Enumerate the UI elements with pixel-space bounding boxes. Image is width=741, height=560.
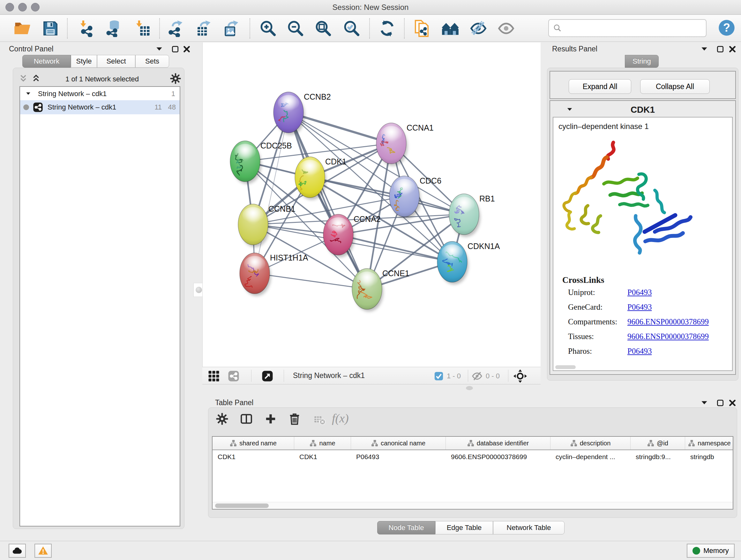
table-hscrollbar[interactable] bbox=[212, 502, 733, 509]
control-panel-menu-icon[interactable] bbox=[155, 45, 163, 53]
delete-column-icon[interactable] bbox=[288, 413, 301, 425]
hide-selected-button[interactable] bbox=[469, 19, 488, 38]
help-button[interactable]: ? bbox=[718, 18, 736, 37]
add-column-icon[interactable] bbox=[264, 413, 277, 425]
crosslink-link[interactable]: P06493 bbox=[627, 288, 652, 297]
network-node-CDK1[interactable]: CDK1 bbox=[295, 157, 347, 200]
zoom-fit-button[interactable] bbox=[314, 19, 333, 38]
crosslink-link[interactable]: P06493 bbox=[627, 303, 652, 312]
import-network-file-button[interactable] bbox=[77, 19, 96, 38]
table-panel-close-icon[interactable] bbox=[728, 399, 737, 407]
memory-button[interactable]: Memory bbox=[687, 544, 735, 558]
collection-expand-icon[interactable] bbox=[25, 91, 31, 97]
node-label-HIST1H1A: HIST1H1A bbox=[270, 253, 308, 262]
network-node-CCNE1[interactable]: CCNE1 bbox=[352, 268, 409, 312]
network-graph[interactable]: CCNB2CCNA1CDC25BCDK1CDC6RB1CCNB1CCNA2CDK… bbox=[203, 43, 541, 367]
crosslink-link[interactable]: 9606.ENSP00000378699 bbox=[627, 317, 709, 326]
tab-sets[interactable]: Sets bbox=[135, 55, 169, 68]
results-panel-float-icon[interactable] bbox=[716, 45, 724, 53]
table-cell[interactable]: stringdb:9... bbox=[630, 450, 685, 464]
collapse-all-networks-icon[interactable] bbox=[18, 74, 28, 83]
network-node-CDC6[interactable]: CDC6 bbox=[389, 176, 441, 219]
detach-view-icon[interactable] bbox=[262, 370, 273, 382]
table-gear-icon[interactable] bbox=[216, 413, 228, 425]
network-canvas[interactable]: CCNB2CCNA1CDC25BCDK1CDC6RB1CCNB1CCNA2CDK… bbox=[202, 43, 541, 367]
tab-edge-table[interactable]: Edge Table bbox=[435, 521, 493, 535]
table-cell[interactable]: stringdb bbox=[685, 450, 734, 464]
network-collection-row[interactable]: String Network – cdk1 1 bbox=[20, 87, 180, 100]
hidden-eye-icon[interactable] bbox=[472, 371, 482, 381]
show-columns-icon[interactable] bbox=[240, 413, 253, 425]
tab-network-table[interactable]: Network Table bbox=[493, 521, 564, 535]
network-node-CDKN1A[interactable]: CDKN1A bbox=[437, 241, 500, 285]
tab-style[interactable]: Style bbox=[71, 55, 97, 68]
network-node-HIST1H1A[interactable]: HIST1H1A bbox=[240, 253, 308, 296]
show-all-button[interactable] bbox=[497, 19, 515, 38]
zoom-in-button[interactable] bbox=[259, 19, 277, 38]
tab-string[interactable]: String bbox=[625, 55, 659, 68]
expand-all-button[interactable]: Expand All bbox=[569, 79, 631, 94]
column-header-namespace[interactable]: namespace bbox=[685, 437, 734, 449]
control-panel-float-icon[interactable] bbox=[171, 45, 179, 53]
table-cell[interactable]: 9606.ENSP00000378699 bbox=[446, 450, 550, 464]
network-share-icon[interactable] bbox=[228, 370, 239, 382]
table-cell[interactable]: P06493 bbox=[351, 450, 446, 464]
function-builder-icon: f(x) bbox=[332, 411, 349, 425]
column-header-canonical-name[interactable]: canonical name bbox=[351, 437, 446, 449]
network-node-CCNB1[interactable]: CCNB1 bbox=[238, 204, 295, 247]
crosslink-link[interactable]: P06493 bbox=[627, 347, 652, 356]
column-header-shared-name[interactable]: shared name bbox=[212, 437, 294, 449]
column-header-description[interactable]: description bbox=[550, 437, 630, 449]
expand-all-networks-icon[interactable] bbox=[31, 74, 41, 83]
network-row-selected[interactable]: String Network – cdk1 11 48 bbox=[20, 100, 180, 114]
results-panel-close-icon[interactable] bbox=[728, 45, 737, 53]
warning-status-button[interactable] bbox=[35, 544, 52, 558]
network-node-RB1[interactable]: RB1 bbox=[449, 194, 495, 237]
table-panel-float-icon[interactable] bbox=[716, 399, 724, 407]
zoom-out-button[interactable] bbox=[286, 19, 305, 38]
results-scrollbar-thumb[interactable] bbox=[555, 365, 576, 369]
open-session-button[interactable] bbox=[13, 19, 31, 38]
horizontal-splitter-handle[interactable] bbox=[466, 386, 473, 390]
table-panel-menu-icon[interactable] bbox=[700, 399, 709, 407]
import-table-button[interactable] bbox=[133, 19, 151, 38]
network-node-CCNA2[interactable]: CCNA2 bbox=[323, 214, 381, 257]
node-table[interactable]: shared namenamecanonical namedatabase id… bbox=[212, 436, 733, 509]
column-header-label: database identifier bbox=[477, 440, 529, 447]
export-network-button[interactable] bbox=[166, 19, 185, 38]
column-header-database-identifier[interactable]: database identifier bbox=[446, 437, 550, 449]
table-cell[interactable]: cyclin–dependent ... bbox=[550, 450, 630, 464]
document-share-button[interactable] bbox=[413, 19, 431, 38]
tab-network[interactable]: Network bbox=[22, 55, 71, 68]
zoom-selected-button[interactable] bbox=[342, 19, 361, 38]
import-network-database-button[interactable] bbox=[104, 19, 123, 38]
app-status-bar: Memory bbox=[0, 541, 741, 560]
column-header-name[interactable]: name bbox=[294, 437, 351, 449]
export-image-button[interactable] bbox=[222, 19, 240, 38]
cloud-status-button[interactable] bbox=[9, 544, 26, 558]
control-panel-close-icon[interactable] bbox=[183, 45, 191, 53]
search-input[interactable] bbox=[565, 24, 702, 32]
table-cell[interactable]: CDK1 bbox=[294, 450, 351, 464]
table-row[interactable]: CDK1CDK1P064939606.ENSP00000378699cyclin… bbox=[212, 450, 733, 464]
network-node-CCNB2[interactable]: CCNB2 bbox=[273, 92, 331, 135]
search-box[interactable] bbox=[548, 19, 706, 37]
selected-checkbox-icon[interactable] bbox=[434, 371, 444, 381]
table-hscrollbar-thumb[interactable] bbox=[215, 503, 269, 508]
collapse-all-button[interactable]: Collapse All bbox=[640, 79, 710, 94]
birdseye-crosshair-icon[interactable] bbox=[513, 369, 527, 383]
results-panel-menu-icon[interactable] bbox=[700, 45, 709, 53]
tab-node-table[interactable]: Node Table bbox=[377, 521, 435, 535]
export-table-button[interactable] bbox=[194, 19, 212, 38]
main-toolbar: ? bbox=[0, 15, 741, 42]
table-cell[interactable]: CDK1 bbox=[212, 450, 294, 464]
birdseye-grid-icon[interactable] bbox=[208, 370, 219, 382]
network-panel-options-gear-icon[interactable] bbox=[170, 73, 181, 84]
refresh-button[interactable] bbox=[378, 19, 396, 38]
homes-button[interactable] bbox=[441, 19, 460, 38]
save-session-button[interactable] bbox=[41, 19, 60, 38]
column-header--id[interactable]: @id bbox=[630, 437, 685, 449]
crosslink-link[interactable]: 9606.ENSP00000378699 bbox=[627, 332, 709, 341]
tab-select[interactable]: Select bbox=[97, 55, 135, 68]
network-node-CCNA1[interactable]: CCNA1 bbox=[376, 123, 434, 166]
